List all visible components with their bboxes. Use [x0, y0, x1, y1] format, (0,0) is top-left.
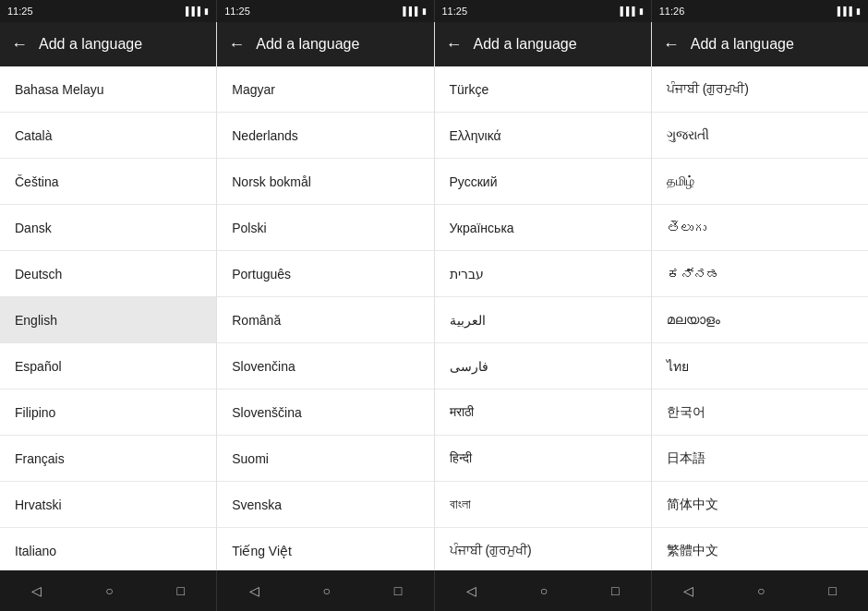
lang-item-1-4[interactable]: Português [217, 251, 433, 297]
lang-name-2-1: Ελληνικά [450, 128, 501, 143]
lang-item-0-7[interactable]: Filipino [0, 389, 216, 436]
lang-item-1-3[interactable]: Polski [217, 205, 433, 251]
lang-item-1-10[interactable]: Tiếng Việt [217, 528, 433, 570]
back-button-1[interactable]: ← [228, 35, 245, 54]
lang-item-1-8[interactable]: Suomi [217, 436, 433, 482]
lang-name-2-3: Українська [450, 221, 514, 235]
lang-item-3-1[interactable]: ગુજરાતી [652, 113, 868, 159]
lang-item-2-10[interactable]: ਪੰਜਾਬੀ (ਗੁਰਮੁਖੀ) [435, 528, 651, 570]
lang-item-3-10[interactable]: 繁體中文 [652, 528, 868, 570]
nav-bar: ◁○□◁○□◁○□◁○□ [0, 570, 868, 611]
lang-item-2-2[interactable]: Русский [435, 159, 651, 205]
lang-name-1-10: Tiếng Việt [232, 544, 292, 558]
lang-item-3-5[interactable]: മലയാളം [652, 297, 868, 343]
lang-name-2-6: فارسی [450, 359, 488, 374]
home-nav-0[interactable]: ○ [98, 576, 120, 605]
nav-panel-3: ◁○□ [652, 570, 868, 611]
back-nav-0[interactable]: ◁ [24, 576, 49, 605]
back-nav-3[interactable]: ◁ [676, 576, 701, 605]
status-time-1: 11:25 [224, 6, 250, 17]
panel-2: ← Add a language TürkçeΕλληνικάРусскийУк… [435, 22, 652, 570]
lang-item-1-6[interactable]: Slovenčina [217, 343, 433, 389]
recents-nav-0[interactable]: □ [169, 576, 191, 605]
recents-nav-1[interactable]: □ [387, 576, 409, 605]
back-nav-1[interactable]: ◁ [242, 576, 267, 605]
back-nav-2[interactable]: ◁ [459, 576, 484, 605]
back-button-0[interactable]: ← [11, 35, 28, 54]
app-bar-title-1: Add a language [256, 36, 359, 53]
lang-name-0-10: Italiano [15, 544, 56, 558]
battery-icon-3: ▮ [856, 6, 861, 16]
lang-name-0-4: Deutsch [15, 267, 62, 282]
lang-item-0-4[interactable]: Deutsch [0, 251, 216, 297]
lang-item-1-7[interactable]: Slovenščina [217, 389, 433, 436]
lang-item-1-1[interactable]: Nederlands [217, 113, 433, 159]
lang-item-3-3[interactable]: తెలుగు [652, 205, 868, 251]
lang-name-3-2: தமிழ் [667, 174, 694, 189]
lang-item-2-0[interactable]: Türkçe [435, 66, 651, 113]
lang-item-1-2[interactable]: Norsk bokmål [217, 159, 433, 205]
lang-item-2-8[interactable]: हिन्दी [435, 436, 651, 482]
lang-name-0-3: Dansk [15, 221, 52, 235]
lang-item-2-3[interactable]: Українська [435, 205, 651, 251]
lang-item-0-9[interactable]: Hrvatski [0, 482, 216, 528]
lang-item-1-5[interactable]: Română [217, 297, 433, 343]
lang-item-2-1[interactable]: Ελληνικά [435, 113, 651, 159]
lang-item-0-2[interactable]: Čeština [0, 159, 216, 205]
app-bar-title-3: Add a language [691, 36, 794, 53]
lang-name-3-7: 한국어 [667, 404, 705, 421]
home-nav-2[interactable]: ○ [533, 576, 555, 605]
nav-panel-2: ◁○□ [435, 570, 652, 611]
lang-name-2-0: Türkçe [450, 82, 489, 97]
back-button-3[interactable]: ← [663, 35, 680, 54]
status-panel-3: 11:26 ▐▐▐ ▮ [652, 0, 868, 22]
signal-icon-2: ▐▐▐ [618, 6, 635, 16]
lang-item-2-6[interactable]: فارسی [435, 343, 651, 389]
status-icons-2: ▐▐▐ ▮ [618, 6, 644, 16]
lang-list-0: Bahasa MelayuCatalàČeštinaDanskDeutschEn… [0, 66, 216, 570]
home-nav-1[interactable]: ○ [315, 576, 337, 605]
lang-name-3-9: 简体中文 [667, 497, 718, 513]
lang-item-2-4[interactable]: עברית [435, 251, 651, 297]
app-bar-title-0: Add a language [39, 36, 142, 53]
status-time-0: 11:25 [7, 6, 33, 17]
lang-item-3-9[interactable]: 简体中文 [652, 482, 868, 528]
app-bar-1: ← Add a language [217, 22, 433, 66]
lang-item-3-0[interactable]: ਪੰਜਾਬੀ (ਗੁਰਮੁਖੀ) [652, 66, 868, 113]
lang-item-0-10[interactable]: Italiano [0, 528, 216, 570]
lang-item-3-7[interactable]: 한국어 [652, 389, 868, 436]
lang-item-3-4[interactable]: ಕನ್ನಡ [652, 251, 868, 297]
lang-name-3-10: 繁體中文 [667, 543, 718, 559]
app-bar-0: ← Add a language [0, 22, 216, 66]
lang-item-2-5[interactable]: العربية [435, 297, 651, 343]
lang-item-3-2[interactable]: தமிழ் [652, 159, 868, 205]
lang-item-0-1[interactable]: Català [0, 113, 216, 159]
lang-item-0-5[interactable]: English [0, 297, 216, 343]
lang-name-3-8: 日本語 [667, 450, 705, 467]
lang-name-1-0: Magyar [232, 82, 275, 97]
lang-item-2-7[interactable]: मराठी [435, 389, 651, 436]
lang-item-0-3[interactable]: Dansk [0, 205, 216, 251]
lang-item-0-0[interactable]: Bahasa Melayu [0, 66, 216, 113]
lang-item-3-8[interactable]: 日本語 [652, 436, 868, 482]
lang-item-1-0[interactable]: Magyar [217, 66, 433, 113]
lang-name-1-2: Norsk bokmål [232, 174, 311, 189]
status-panel-0: 11:25 ▐▐▐ ▮ [0, 0, 217, 22]
panel-1: ← Add a language MagyarNederlandsNorsk b… [217, 22, 434, 570]
lang-name-0-2: Čeština [15, 174, 58, 189]
status-panel-2: 11:25 ▐▐▐ ▮ [435, 0, 652, 22]
lang-item-0-8[interactable]: Français [0, 436, 216, 482]
lang-name-0-0: Bahasa Melayu [15, 82, 104, 97]
lang-name-1-5: Română [232, 313, 281, 328]
lang-item-2-9[interactable]: বাংলা [435, 482, 651, 528]
app-bar-title-2: Add a language [474, 36, 577, 53]
lang-item-3-6[interactable]: ไทย [652, 343, 868, 389]
lang-item-1-9[interactable]: Svenska [217, 482, 433, 528]
recents-nav-3[interactable]: □ [821, 576, 843, 605]
lang-item-0-6[interactable]: Español [0, 343, 216, 389]
recents-nav-2[interactable]: □ [604, 576, 626, 605]
lang-name-0-8: Français [15, 451, 65, 466]
home-nav-3[interactable]: ○ [750, 576, 772, 605]
battery-icon-0: ▮ [204, 6, 209, 16]
back-button-2[interactable]: ← [446, 35, 463, 54]
